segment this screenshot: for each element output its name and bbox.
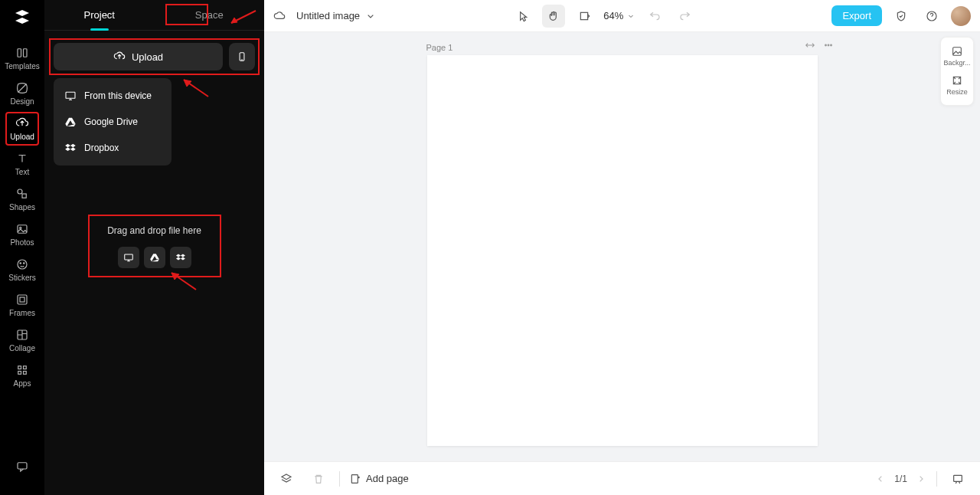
left-rail: Templates Design Upload Text Shapes Phot… — [0, 0, 44, 495]
canvas-area[interactable]: Page 1 Backgr... Resize — [264, 32, 980, 461]
chevron-left-icon[interactable] — [874, 473, 887, 485]
present-button[interactable] — [946, 467, 969, 490]
hand-tool[interactable] — [542, 5, 565, 28]
rail-shapes[interactable]: Shapes — [5, 182, 39, 216]
rail-apps[interactable]: Apps — [5, 359, 39, 392]
swap-icon[interactable] — [805, 40, 815, 51]
svg-rect-13 — [24, 366, 27, 369]
add-page-button[interactable]: Add page — [349, 473, 409, 485]
svg-rect-12 — [18, 366, 21, 369]
title-text: Untitled image — [296, 10, 360, 21]
export-label: Export — [842, 10, 871, 21]
svg-rect-19 — [66, 92, 75, 98]
redo-icon — [679, 10, 691, 22]
upload-from-mobile-button[interactable] — [229, 43, 255, 70]
zoom-value: 64% — [603, 10, 623, 21]
cursor-tool[interactable] — [511, 5, 534, 28]
svg-rect-1 — [24, 49, 28, 57]
rail-label: Shapes — [9, 203, 35, 211]
view-options[interactable] — [573, 5, 596, 28]
rail-design[interactable]: Design — [5, 77, 39, 110]
monitor-icon — [123, 252, 134, 263]
svg-point-7 — [20, 263, 21, 264]
google-drive-icon — [64, 116, 77, 128]
help-icon — [926, 10, 938, 22]
svg-point-24 — [828, 44, 829, 46]
undo-icon — [648, 10, 661, 22]
add-page-icon — [349, 473, 361, 485]
artboard-icon — [578, 10, 590, 22]
cursor-icon — [517, 10, 529, 22]
shield-button[interactable] — [890, 5, 913, 28]
rail-text[interactable]: Text — [5, 147, 39, 181]
menu-from-device[interactable]: From this device — [54, 83, 172, 109]
monitor-icon — [64, 90, 77, 102]
rail-upload[interactable]: Upload — [5, 112, 39, 146]
page-indicator: 1/1 — [894, 474, 907, 484]
dropbox-icon — [175, 252, 186, 263]
more-icon[interactable] — [823, 40, 834, 51]
help-button[interactable] — [920, 5, 943, 28]
chevron-down-icon — [626, 11, 635, 21]
app-logo-icon[interactable] — [11, 6, 33, 28]
svg-rect-26 — [953, 48, 962, 56]
svg-rect-14 — [18, 372, 21, 375]
rail-collage[interactable]: Collage — [5, 323, 39, 357]
upload-icon — [113, 51, 126, 63]
main-area: Untitled image 64% Export Page 1 Back — [264, 0, 980, 495]
rail-label: Collage — [9, 344, 35, 352]
shield-icon — [895, 10, 907, 22]
drop-text: Drag and drop file here — [97, 225, 212, 236]
svg-rect-10 — [20, 297, 24, 302]
rail-photos[interactable]: Photos — [5, 218, 39, 251]
resize-icon — [951, 74, 963, 87]
canvas-page[interactable] — [427, 55, 818, 446]
menu-label: Dropbox — [84, 143, 119, 153]
zoom-control[interactable]: 64% — [603, 10, 635, 21]
rail-label: Stickers — [8, 274, 36, 282]
delete-button[interactable] — [307, 467, 330, 490]
rail-label: Frames — [9, 309, 35, 317]
tab-space[interactable]: Space — [155, 0, 265, 30]
rail-label: Text — [15, 168, 29, 176]
user-avatar[interactable] — [951, 6, 971, 26]
upload-button[interactable]: Upload — [54, 43, 223, 70]
page-navigation: 1/1 — [874, 473, 927, 485]
rail-stickers[interactable]: Stickers — [5, 253, 39, 287]
svg-rect-3 — [22, 194, 26, 198]
panel-tabs: Project Space — [44, 0, 264, 31]
chevron-right-icon[interactable] — [915, 473, 927, 485]
svg-rect-15 — [24, 372, 27, 375]
svg-rect-16 — [18, 462, 27, 468]
export-button[interactable]: Export — [831, 5, 882, 26]
svg-rect-4 — [18, 225, 27, 234]
rail-templates[interactable]: Templates — [5, 41, 39, 75]
drop-from-device[interactable] — [118, 247, 139, 268]
drop-dropbox[interactable] — [170, 247, 191, 268]
tab-label: Project — [84, 9, 115, 21]
redo-button[interactable] — [674, 5, 697, 28]
rail-feedback[interactable] — [5, 451, 39, 484]
side-panel: Project Space Upload From this device Go… — [44, 0, 264, 495]
background-tool[interactable]: Backgr... — [941, 42, 973, 71]
tool-label: Resize — [946, 88, 968, 96]
upload-source-menu: From this device Google Drive Dropbox — [54, 78, 172, 166]
cloud-icon — [273, 10, 286, 22]
svg-point-25 — [830, 44, 831, 46]
rail-label: Design — [10, 97, 34, 106]
resize-tool[interactable]: Resize — [941, 71, 973, 100]
rail-frames[interactable]: Frames — [5, 288, 39, 322]
document-title[interactable]: Untitled image — [296, 10, 377, 22]
drop-zone[interactable]: Drag and drop file here — [97, 225, 212, 268]
svg-rect-28 — [351, 474, 358, 483]
drop-google-drive[interactable] — [144, 247, 165, 268]
menu-dropbox[interactable]: Dropbox — [54, 135, 172, 161]
tab-project[interactable]: Project — [44, 0, 155, 30]
svg-point-6 — [18, 260, 27, 269]
layers-icon — [280, 473, 292, 485]
undo-button[interactable] — [643, 5, 666, 28]
hand-icon — [547, 10, 560, 22]
layers-button[interactable] — [275, 467, 298, 490]
google-drive-icon — [149, 252, 160, 263]
menu-google-drive[interactable]: Google Drive — [54, 109, 172, 135]
